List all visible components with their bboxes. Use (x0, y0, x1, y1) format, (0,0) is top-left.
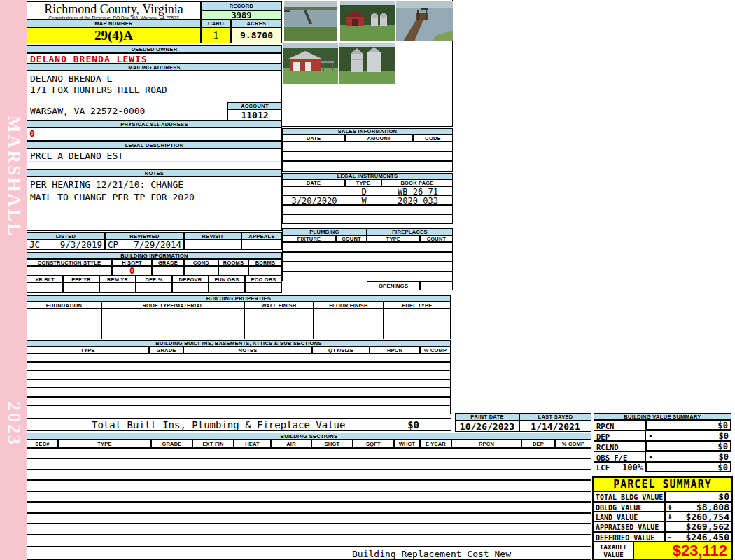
ps-total-bldg-value: $0 (718, 491, 729, 502)
account-value: 11012 (227, 109, 282, 120)
building-sections-header: BUILDING SECTIONS (27, 433, 592, 440)
plumbing-fireplace-row (282, 252, 453, 262)
dock-scene (396, 1, 453, 41)
map-number-value: 29(4)A (27, 27, 201, 43)
bi-type-header: TYPE (27, 346, 149, 354)
column-divider (367, 253, 368, 261)
reviewed-header: REVIEWED (105, 232, 184, 239)
card-header: CARD (201, 20, 231, 27)
depovr-header: DEPOVR (172, 276, 209, 283)
remyr-header: REM YR (99, 276, 136, 283)
rooms-header: ROOMS (218, 259, 248, 266)
ecoobs-value (245, 283, 282, 293)
cond-header: COND (184, 259, 218, 266)
built-ins-row (27, 379, 451, 388)
ps-obldg-label: OBLDG VALUE (594, 502, 665, 512)
bs-shgt-header: SHGT (312, 440, 353, 448)
column-divider (367, 262, 368, 271)
print-date-value: 10/26/2023 (455, 421, 519, 432)
ps-deferred-op: - (667, 532, 673, 542)
photo-grain-silos[interactable] (340, 43, 395, 84)
ps-deferred-value-cell: - $246,450 (665, 532, 732, 542)
plumbing-header: PLUMBING (282, 228, 367, 235)
bi-rpcn-header: RPCN (370, 346, 420, 354)
bs-air-header: AIR (271, 440, 312, 448)
ps-total-bldg-value-cell: $0 (665, 491, 732, 502)
foundation-header: FOUNDATION (27, 302, 102, 309)
bvs-lcf-pct: 100% (622, 463, 643, 472)
sales-row (282, 141, 453, 151)
building-section-row (27, 480, 592, 491)
cond-value (184, 266, 218, 276)
sidebar-strip (0, 0, 27, 560)
photo-waterfront-shoreline[interactable] (284, 1, 337, 41)
bvs-rpcn-label: RPCN (594, 420, 645, 430)
openings-label: OPENINGS (367, 281, 420, 290)
building-properties-header: BUILDING PROPERTIES (27, 295, 451, 302)
bvs-lcf-label: LCF (596, 463, 610, 472)
deeded-owner-value: DELANO BRENDA LEWIS (27, 53, 282, 64)
plumbing-fireplace-row (282, 242, 453, 252)
photo-shed-with-silos[interactable] (340, 1, 395, 41)
listed-by: JC (29, 239, 40, 250)
bvs-rclnd-label: RCLND (594, 441, 645, 451)
sidebar-year-label: 2023 (4, 402, 24, 454)
building-section-row (27, 502, 592, 513)
building-section-row (27, 448, 592, 458)
plumbing-fireplace-row (282, 272, 453, 281)
bvs-dep-value: $0 (719, 431, 729, 441)
legal-instruments-header: LEGAL INSTRUMENTS (282, 173, 453, 179)
photo-wooden-dock[interactable] (396, 1, 453, 41)
ps-obldg-value: $8,808 (696, 502, 729, 512)
building-value-summary-header: BUILDING VALUE SUMMARY (594, 413, 732, 420)
ps-appraised-value-cell: $269,562 (665, 522, 732, 532)
bs-heat-header: HEAT (234, 440, 271, 448)
bvs-obsfe-value-cell: - $0 (645, 451, 732, 462)
plumbing-fireplace-row (282, 262, 453, 272)
plumbing-fixture-header: FIXTURE (282, 235, 336, 242)
ps-land-op: + (667, 512, 673, 522)
deppct-value (136, 283, 172, 293)
grade-value (152, 266, 184, 276)
ps-appraised-value: $269,562 (685, 522, 729, 532)
construction-style-header: CONSTRUCTION STYLE (27, 259, 112, 266)
funobs-value (209, 283, 245, 293)
sidebar-district-label: MARSHALL (4, 115, 24, 245)
effyr-header: EFF YR (63, 276, 99, 283)
ps-obldg-op: + (667, 502, 673, 512)
depovr-value (172, 283, 209, 293)
legal-description-header: LEGAL DESCRIPTION (27, 141, 282, 148)
li-row2-type: W (346, 196, 382, 206)
building-section-row (27, 458, 592, 470)
fuel-type-value (384, 309, 451, 340)
bs-type-header: TYPE (58, 440, 151, 448)
title-box: Richmond County, Virginia Commissioner o… (27, 1, 201, 20)
wall-finish-header: WALL FINISH (244, 302, 314, 309)
building-information-header: BUILDING INFORMATION (27, 252, 282, 259)
legal-instrument-row: 3/20/2020 W 2020 033 (282, 195, 453, 205)
sales-row (282, 151, 453, 161)
ecoobs-header: ECO OBS (245, 276, 282, 283)
record-value: 3989 (201, 10, 282, 20)
built-ins-header: BUILDING BUILT INS, BASEMENTS, ATTICS & … (27, 340, 451, 346)
deppct-header: DEP % (136, 276, 172, 283)
account-header: ACCOUNT (227, 102, 282, 109)
print-date-header: PRINT DATE (455, 413, 519, 421)
bvs-dep-op: - (648, 431, 653, 441)
photo-red-barn[interactable] (284, 43, 338, 84)
fireplaces-header: FIREPLACES (367, 228, 453, 235)
bs-eyear-header: E YEAR (420, 440, 451, 448)
built-ins-total-value: $0 (407, 419, 419, 430)
building-replacement-row: Building Replacement Cost New (27, 547, 592, 560)
deeded-owner-header: DEEDED OWNER (27, 46, 282, 53)
ps-land-label: LAND VALUE (594, 512, 665, 522)
plumbing-count-header: COUNT (336, 235, 367, 242)
yrblt-value (27, 283, 63, 293)
listed-header: LISTED (27, 232, 105, 239)
notes-line-1: PER HEARING 12/21/10: CHANGE (30, 179, 183, 190)
bi-grade-header: GRADE (149, 346, 183, 354)
notes-box: PER HEARING 12/21/10: CHANGE MAIL TO CHA… (27, 176, 282, 231)
bvs-rclnd-value: $0 (718, 442, 728, 451)
remyr-value (99, 283, 136, 293)
sales-code-header: CODE (413, 134, 453, 141)
